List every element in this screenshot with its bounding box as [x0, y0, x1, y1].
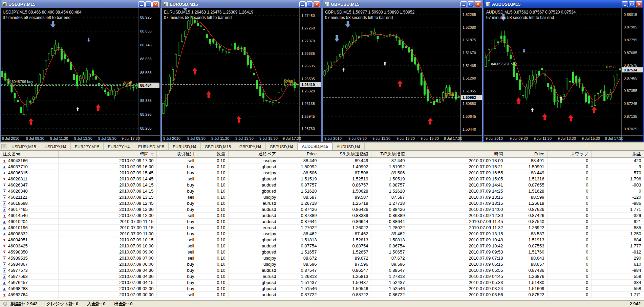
status-summary: 損益計: 2 942クレジット計: 0入金計: 0出金計: 0 [10, 301, 133, 307]
close-button[interactable]: × [152, 1, 159, 7]
restore-button[interactable] [629, 1, 635, 7]
history-row[interactable]: 459627642010.07.09 00:00sell0.10audusd0.… [0, 291, 644, 298]
cell-2: sell [156, 194, 197, 200]
chart-area[interactable]: #46053281 buy07:589 Jul 20109 Jul 09:309… [484, 8, 643, 141]
order-number-cell: 46021121 [0, 194, 58, 200]
cell-7: 1.50813 [371, 237, 408, 243]
column-header-2[interactable]: 取引種別 [156, 151, 197, 157]
history-row[interactable]: 460102042010.07.09 11:15buy0.10audusd0.8… [0, 218, 644, 224]
column-header-6[interactable]: S/L決済逆指値 [320, 151, 371, 157]
history-row[interactable]: 460363152010.07.09 15:45buy0.10usdjpy88.… [0, 170, 644, 176]
history-row[interactable]: 460145462010.07.09 12:00sell0.10audusd0.… [0, 212, 644, 218]
window-titlebar[interactable]: GBPUSD,M15 × [323, 0, 482, 8]
tab-usdjpy-h4[interactable]: USDJPY,H4 [40, 143, 70, 150]
cell-10: 0 [547, 267, 591, 273]
history-row[interactable]: 459682882010.07.09 02:00buy0.10gbpusd1.5… [0, 285, 644, 291]
chart-plot[interactable]: #46053281 buy07:589 Jul 20109 Jul 09:309… [484, 8, 643, 141]
window-titlebar[interactable]: EURUSD,M15 × [162, 0, 321, 8]
order-number-cell: 45977573 [0, 267, 58, 273]
cell-11: 1 771 [591, 206, 644, 212]
chart-area[interactable]: 07:589 Jul 20109 Jul 09:309 Jul 11:309 J… [162, 8, 321, 141]
svg-text:9 Jul 15:30: 9 Jul 15:30 [259, 136, 278, 140]
restore-button[interactable] [145, 1, 152, 7]
chart-area[interactable]: #46048766 buy07:589 Jul 20109 Jul 09:309… [1, 8, 160, 141]
minimize-button[interactable] [460, 1, 467, 7]
history-row[interactable]: 460186982010.07.09 12:45buy0.10eurusd1.2… [0, 200, 644, 206]
cell-2: buy [156, 163, 197, 170]
cell-8: 2010.07.09 03:56 [408, 291, 506, 298]
history-row[interactable]: 460211212010.07.09 13:15sell0.10usdjpy88… [0, 194, 644, 200]
tab-eurusd-m15[interactable]: EURUSD,M15 [134, 143, 169, 150]
column-header-5[interactable]: Price [279, 151, 320, 157]
cell-10: 0 [547, 224, 591, 231]
column-header-9[interactable]: Price [506, 151, 547, 157]
svg-text:9 Jul 09:30: 9 Jul 09:30 [187, 136, 206, 140]
order-type-icon [3, 238, 6, 242]
cell-5: 0.87426 [279, 206, 320, 212]
tab-eurjpy-h4[interactable]: EURJPY,H4 [104, 143, 134, 150]
column-header-8[interactable]: 時間 [408, 151, 506, 157]
close-button[interactable]: × [475, 1, 481, 7]
cell-7: 0.88644 [371, 218, 408, 224]
tab-gbpusd-h4[interactable]: GBPUSD,H4 [266, 143, 298, 150]
svg-text:1.50440: 1.50440 [463, 127, 476, 131]
tab-audusd-h4[interactable]: AUDUSD,H4 [332, 143, 364, 150]
chart-plot[interactable]: 07:589 Jul 20109 Jul 09:309 Jul 11:309 J… [162, 8, 321, 141]
history-row[interactable]: 460431662010.07.09 17:00sell0.10usdjpy88… [0, 157, 644, 163]
history-row[interactable]: 459848672010.07.09 06:00buy0.10usdjpy88.… [0, 261, 644, 267]
order-type-icon [3, 183, 6, 187]
history-row[interactable]: 460263472010.07.09 14:15buy0.10audusd0.8… [0, 182, 644, 188]
chart-plot[interactable]: #46048766 buy07:589 Jul 20109 Jul 09:309… [1, 8, 160, 141]
tab-usdjpy-m15[interactable]: USDJPY,M15 [7, 143, 40, 150]
history-row[interactable]: 460377102010.07.09 16:00buy0.10gbpusd1.5… [0, 163, 644, 170]
close-button[interactable]: × [636, 1, 642, 7]
column-header-0[interactable]: 注文番号 [0, 151, 58, 157]
minimize-button[interactable] [138, 1, 145, 7]
history-row[interactable]: 460263402010.07.09 14:15buy0.10gbpusd1.5… [0, 188, 644, 194]
svg-text:9 Jul 2010: 9 Jul 2010 [2, 136, 19, 140]
close-button[interactable]: × [314, 1, 320, 7]
cell-7: 0.86389 [371, 212, 408, 218]
minimize-button[interactable] [299, 1, 306, 7]
cell-10: 0 [547, 194, 591, 200]
column-header-3[interactable]: 数量 [197, 151, 228, 157]
tab-gbpjpy-h4[interactable]: GBPJPY,H4 [235, 143, 265, 150]
history-row[interactable]: 459775632010.07.09 04:30buy0.10eurusd1.2… [0, 273, 644, 279]
cell-7: 87.587 [371, 194, 408, 200]
minimize-button[interactable] [622, 1, 628, 7]
column-header-7[interactable]: T/P決済指値 [371, 151, 408, 157]
history-row[interactable]: 460049512010.07.09 10:15sell0.10gbpusd1.… [0, 237, 644, 243]
chart-plot[interactable]: 07:589 Jul 20109 Jul 09:309 Jul 11:309 J… [323, 8, 482, 141]
cell-3: 0.10 [197, 163, 228, 170]
cell-7: 1.27718 [371, 200, 408, 206]
tab-eurusd-h4[interactable]: EURUSD,H4 [169, 143, 200, 150]
column-header-10[interactable]: スワップ [547, 151, 591, 157]
history-row[interactable]: 459775732010.07.09 04:30buy0.10audusd0.8… [0, 267, 644, 273]
history-row[interactable]: 459895352010.07.09 07:00sell0.10usdjpy88… [0, 255, 644, 261]
window-titlebar[interactable]: AUDUSD,M15 × [484, 0, 643, 8]
svg-text:9 Jul 11:30: 9 Jul 11:30 [50, 136, 68, 140]
tab-audusd-m15[interactable]: AUDUSD,M15 [298, 142, 332, 150]
chart-area[interactable]: 07:589 Jul 20109 Jul 09:309 Jul 11:309 J… [323, 8, 482, 141]
history-row[interactable]: 460101962010.07.09 11:15buy0.10eurusd1.2… [0, 224, 644, 231]
tabbar-close-button[interactable]: × [1, 144, 6, 149]
history-row[interactable]: 459983502010.07.09 09:00sell0.10gbpusd1.… [0, 249, 644, 255]
history-row[interactable]: 460088322010.07.09 11:00buy0.10usdjpy88.… [0, 231, 644, 237]
tab-gbpusd-m15[interactable]: GBPUSD,M15 [201, 143, 235, 150]
column-header-1[interactable]: 時間▽ [58, 151, 156, 157]
cell-11: -885 [591, 224, 644, 231]
history-row[interactable]: 460174652010.07.09 12:30buy0.10audusd0.8… [0, 206, 644, 212]
svg-text:9 Jul 11:30: 9 Jul 11:30 [211, 136, 229, 140]
cell-10: 0 [547, 261, 591, 267]
history-row[interactable]: 459764572010.07.09 04:15buy0.10gbpusd1.5… [0, 279, 644, 285]
restore-button[interactable] [468, 1, 474, 7]
restore-button[interactable] [306, 1, 313, 7]
column-header-11[interactable]: 損益 [591, 151, 644, 157]
cell-1: 2010.07.09 14:15 [58, 182, 156, 188]
history-row[interactable]: 460034252010.07.09 10:00sell0.10audusd0.… [0, 243, 644, 249]
tab-eurjpy-m15[interactable]: EURJPY,M15 [71, 143, 104, 150]
cell-10: 0 [547, 279, 591, 285]
history-row[interactable]: 460288112010.07.09 14:45sell0.10gbpusd1.… [0, 176, 644, 182]
window-titlebar[interactable]: USDJPY,M15 × [1, 0, 160, 8]
column-header-4[interactable]: 通貨ペア [228, 151, 279, 157]
